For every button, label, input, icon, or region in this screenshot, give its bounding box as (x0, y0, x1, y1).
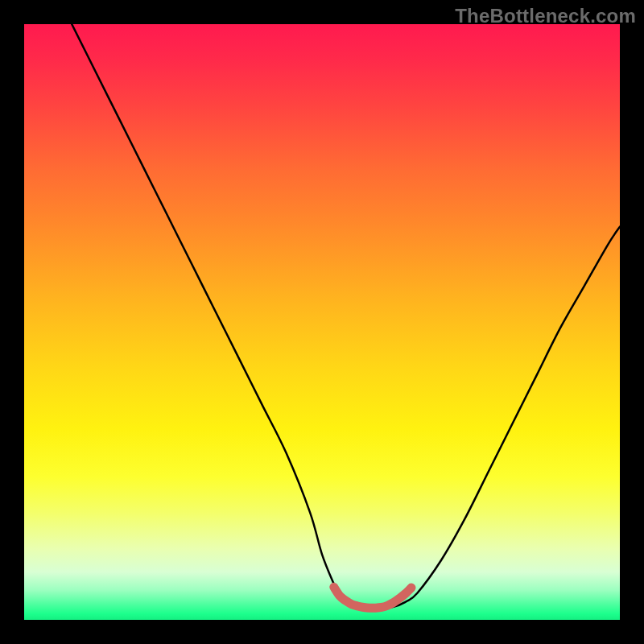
main-curve (72, 24, 620, 608)
curve-layer (24, 24, 620, 620)
chart-frame: TheBottleneck.com (0, 0, 644, 644)
plot-area (24, 24, 620, 620)
watermark-text: TheBottleneck.com (455, 5, 636, 27)
